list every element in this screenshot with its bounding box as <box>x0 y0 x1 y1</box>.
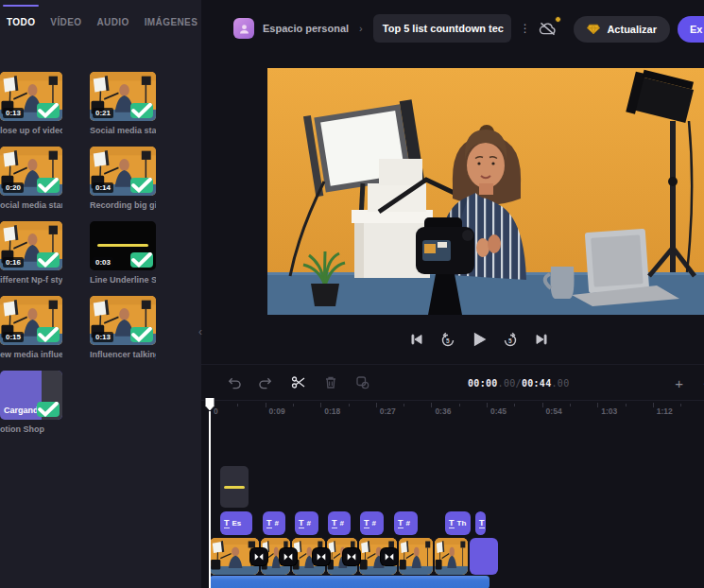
motion-graphic-clip[interactable] <box>470 538 498 575</box>
timeline-ruler[interactable]: 00:090:180:270:360:450:541:031:12 <box>201 401 704 424</box>
media-item[interactable]: Cargando...otion Shop <box>0 371 62 434</box>
tab-imágenes[interactable]: IMÁGENES <box>145 17 198 27</box>
audio-clip[interactable] <box>210 576 489 588</box>
media-item[interactable]: 0:14Recording big gift gi... <box>90 147 156 210</box>
export-button[interactable]: Ex <box>678 16 704 43</box>
media-item[interactable]: 0:16ifferent Np-f style b... <box>0 221 62 285</box>
checkmark-icon <box>37 252 60 268</box>
workspace-avatar[interactable] <box>233 18 254 39</box>
ruler-tick <box>431 403 432 407</box>
text-clip-label: # <box>275 519 279 527</box>
scissors-icon <box>291 375 306 389</box>
text-clip[interactable]: TEs <box>220 511 252 535</box>
ruler-tick <box>680 404 681 406</box>
video-clip[interactable] <box>399 538 433 575</box>
tab-vídeo[interactable]: VÍDEO <box>50 17 81 27</box>
ruler-tick <box>293 404 294 406</box>
media-item[interactable]: 0:13lose up of video blo... <box>0 72 62 135</box>
media-item[interactable]: 0:21Social media star pre... <box>90 72 156 135</box>
checkmark-icon <box>37 327 60 342</box>
rewind-5-button[interactable]: 5 <box>438 330 457 349</box>
workspace-name: Espacio personal <box>263 23 349 34</box>
split-button[interactable] <box>290 374 306 390</box>
forward-5-button[interactable]: 5 <box>501 330 520 349</box>
media-label: Influencer talking to ... <box>90 350 156 359</box>
zoom-in-button[interactable]: + <box>675 365 683 401</box>
chevron-left-icon: ‹ <box>198 325 202 338</box>
playhead-line <box>209 411 211 588</box>
playhead-icon <box>204 396 215 412</box>
ruler-tick <box>459 404 460 406</box>
duration-badge: 0:15 <box>3 332 24 342</box>
ruler-label: 0:09 <box>269 406 285 416</box>
media-grid: 0:13lose up of video blo... 0:21Social m… <box>0 72 201 434</box>
video-clip[interactable] <box>435 538 468 575</box>
thumbnail-scene <box>435 538 468 575</box>
duration-badge: 0:13 <box>93 332 113 342</box>
ruler-label: 0:45 <box>490 406 507 416</box>
preview-scene <box>267 68 704 315</box>
check-badge <box>37 178 60 193</box>
text-tool-icon: T <box>479 518 485 528</box>
project-title-input[interactable]: Top 5 list countdown tec <box>373 14 511 43</box>
text-clip[interactable]: T# <box>360 511 384 535</box>
tab-todo[interactable]: TODO <box>7 17 35 27</box>
text-clip[interactable]: TTh <box>445 511 471 535</box>
transition-icon[interactable] <box>280 548 297 565</box>
sticker-clip[interactable] <box>220 466 249 508</box>
skip-start-button[interactable] <box>407 330 426 349</box>
sidebar-collapse-handle[interactable]: ‹ <box>195 321 206 342</box>
transition-icon[interactable] <box>313 548 330 565</box>
playhead-handle[interactable] <box>204 396 215 416</box>
duration-badge: 0:13 <box>3 108 24 118</box>
person-icon <box>238 23 250 35</box>
check-badge <box>130 103 153 118</box>
thumbnail-scene <box>399 538 433 575</box>
transition-icon[interactable] <box>250 548 267 565</box>
ruler-label: 0:27 <box>380 406 396 416</box>
transition-icon[interactable] <box>343 548 360 565</box>
skip-end-button[interactable] <box>532 330 551 349</box>
duration-badge: 0:16 <box>3 257 24 268</box>
text-tool-icon: T <box>299 518 304 528</box>
media-item[interactable]: 0:20ocial media star revi... <box>0 147 62 210</box>
media-item[interactable]: 0:13Influencer talking to ... <box>90 296 156 359</box>
trash-icon <box>324 375 337 389</box>
play-button[interactable] <box>470 330 489 349</box>
duplicate-button[interactable] <box>354 374 370 390</box>
video-preview[interactable] <box>267 68 704 315</box>
ruler-label: 1:12 <box>657 406 673 416</box>
media-thumbnail: 0:13 <box>0 72 62 121</box>
checkmark-icon <box>130 178 153 193</box>
text-clip[interactable]: T# <box>295 511 318 535</box>
upgrade-label: Actualizar <box>607 24 657 35</box>
more-options-icon[interactable]: ⋮ <box>520 22 531 35</box>
text-clip[interactable]: T# <box>263 511 285 535</box>
video-editor-app: TODOVÍDEOAUDIOIMÁGENES 0:13lose up of vi… <box>0 0 704 588</box>
undo-button[interactable] <box>226 374 242 390</box>
total-time: 00:44 <box>522 378 552 389</box>
media-thumbnail: 0:15 <box>0 296 62 345</box>
text-tool-icon: T <box>398 518 404 528</box>
text-clip[interactable]: T# <box>328 511 351 535</box>
media-item[interactable]: 0:03Line Underline Sticke... <box>90 221 156 285</box>
cloud-sync-button[interactable] <box>538 18 558 39</box>
timeline-toolbar: 00:00.00 / 00:44.00 + − <box>201 365 704 401</box>
text-clip[interactable]: T# <box>394 511 418 535</box>
ruler-label: 0:18 <box>324 406 340 416</box>
duration-badge: 0:20 <box>3 182 24 193</box>
transition-icon[interactable] <box>381 548 398 565</box>
redo-button[interactable] <box>258 374 274 390</box>
timeline: 00:00.00 / 00:44.00 + − 00:090:180:270:3… <box>201 364 704 588</box>
check-badge <box>37 103 60 118</box>
check-badge <box>37 402 60 417</box>
text-clip[interactable]: T <box>475 511 486 535</box>
text-clip-label: # <box>340 519 344 527</box>
media-label: Recording big gift gi... <box>90 200 156 210</box>
export-label: Ex <box>690 24 702 35</box>
underline-sticker-preview <box>97 244 148 247</box>
media-item[interactable]: 0:15ew media influence... <box>0 296 62 359</box>
delete-button[interactable] <box>322 374 338 390</box>
upgrade-button[interactable]: Actualizar <box>574 16 670 43</box>
tab-audio[interactable]: AUDIO <box>96 17 129 27</box>
